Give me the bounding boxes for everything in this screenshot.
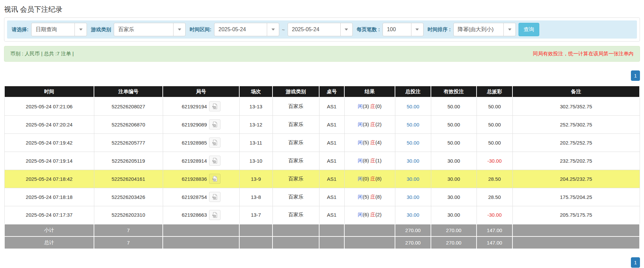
player-result-count: (8) [363, 158, 370, 163]
video-replay-button[interactable] [209, 192, 220, 202]
session-cell: 13-10 [239, 152, 273, 170]
total-bet-cell: 30.00 [395, 170, 431, 188]
page-button-bottom[interactable]: 1 [631, 257, 640, 268]
video-file-icon [212, 176, 218, 182]
valid-bet-cell: 30.00 [431, 152, 477, 170]
summary-empty-cell [239, 236, 273, 249]
total-bet-link[interactable]: 50.00 [407, 104, 419, 109]
banker-result-count: (2) [376, 121, 382, 127]
payout-cell: 50.00 [477, 133, 512, 152]
round-cell: 621928754 [163, 188, 239, 206]
round-id: 621928663 [182, 212, 207, 218]
result-cell: 闲(0) 庄(8) [344, 170, 395, 188]
bet-id-cell: 522526206870 [94, 115, 163, 133]
page-size-select[interactable]: 100 [383, 23, 424, 36]
table-body: 2025-05-24 07:21:06522526208027621929194… [4, 97, 640, 224]
note-cell: 204.25/232.75 [512, 170, 640, 188]
filter-bar: 请选择: 日期查询 游戏类别 百家乐 时间区间: 2025-05-24 ~ 20… [7, 20, 637, 39]
filter-panel: 请选择: 日期查询 游戏类别 百家乐 时间区间: 2025-05-24 ~ 20… [4, 17, 640, 42]
player-result-label: 闲 [358, 158, 363, 163]
table-no-cell: AS1 [319, 206, 344, 224]
game-cell: 百家乐 [273, 115, 319, 133]
bet-id-cell: 522526203426 [94, 188, 163, 206]
caret-down-icon [75, 23, 87, 36]
round-wrap: 621928914 [182, 156, 220, 166]
player-result-label: 闲 [358, 176, 363, 181]
summary-notice: 同局有效投注，统一计算在该局第一张注单内 [533, 51, 634, 57]
column-header: 结果 [344, 86, 395, 97]
table-row: 2025-05-24 07:19:14522526205119621928914… [4, 152, 640, 170]
summary-empty-cell [512, 224, 640, 236]
valid-bet-cell: 50.00 [431, 97, 477, 115]
summary-payout-cell: 147.00 [477, 236, 512, 249]
summary-empty-cell [273, 224, 319, 236]
game-cell: 百家乐 [273, 170, 319, 188]
time-sort-select[interactable]: 降幂(由大到小) [453, 23, 516, 36]
video-file-icon [212, 212, 218, 218]
page-title: 视讯 会员下注纪录 [4, 5, 640, 14]
video-replay-button[interactable] [209, 138, 220, 148]
result-cell: 闲(3) 庄(0) [344, 97, 395, 115]
note-cell: 205.75/175.75 [512, 206, 640, 224]
video-replay-button[interactable] [209, 119, 220, 129]
summary-empty-cell [319, 236, 344, 249]
date-to-select[interactable]: 2025-05-24 [288, 23, 353, 36]
video-replay-button[interactable] [209, 210, 220, 220]
table-no-cell: AS1 [319, 115, 344, 133]
payout-cell: -30.00 [477, 152, 512, 170]
total-bet-link[interactable]: 50.00 [407, 140, 419, 146]
summary-empty-cell [344, 236, 395, 249]
payout-cell: 28.50 [477, 188, 512, 206]
summary-row: 小计7270.00270.00147.00 [4, 224, 640, 236]
time-cell: 2025-05-24 07:18:42 [4, 170, 94, 188]
total-bet-link[interactable]: 30.00 [407, 212, 419, 218]
valid-bet-cell: 50.00 [431, 133, 477, 152]
banker-result-label: 庄 [370, 158, 376, 163]
video-replay-button[interactable] [209, 156, 220, 166]
bet-id-cell: 522526202310 [94, 206, 163, 224]
payout-cell: 28.50 [477, 170, 512, 188]
payout-cell: 50.00 [477, 115, 512, 133]
table-header: 时间注单编号局号场次游戏类别桌号结果总投注有效投注总派彩备注 [4, 86, 640, 97]
session-cell: 13-8 [239, 188, 273, 206]
table-row: 2025-05-24 07:18:42522526204161621928836… [4, 170, 640, 188]
total-bet-cell: 30.00 [395, 152, 431, 170]
note-cell: 302.75/352.75 [512, 97, 640, 115]
valid-bet-cell: 30.00 [431, 170, 477, 188]
table-row: 2025-05-24 07:19:42522526205777621928985… [4, 133, 640, 152]
caret-down-icon [503, 23, 515, 36]
game-cell: 百家乐 [273, 206, 319, 224]
result-cell: 闲(5) 庄(8) [344, 188, 395, 206]
caret-down-icon [411, 23, 423, 36]
column-header: 时间 [4, 86, 94, 97]
column-header: 场次 [239, 86, 273, 97]
total-bet-link[interactable]: 30.00 [407, 158, 419, 164]
total-bet-cell: 50.00 [395, 133, 431, 152]
date-from-select[interactable]: 2025-05-24 [214, 23, 279, 36]
round-wrap: 621929194 [182, 101, 220, 111]
query-type-select[interactable]: 日期查询 [31, 23, 87, 36]
search-button[interactable]: 查询 [518, 23, 539, 36]
banker-result-label: 庄 [370, 176, 376, 181]
banker-result-count: (8) [376, 176, 382, 181]
round-cell: 621928985 [163, 133, 239, 152]
round-cell: 621928663 [163, 206, 239, 224]
table-row: 2025-05-24 07:20:24522526206870621929089… [4, 115, 640, 133]
total-bet-link[interactable]: 50.00 [407, 122, 419, 127]
session-cell: 13-7 [239, 206, 273, 224]
total-bet-link[interactable]: 30.00 [407, 194, 419, 200]
table-header-row: 时间注单编号局号场次游戏类别桌号结果总投注有效投注总派彩备注 [4, 86, 640, 97]
total-bet-link[interactable]: 30.00 [407, 176, 419, 182]
page-button-top[interactable]: 1 [631, 70, 640, 81]
round-cell: 621929089 [163, 115, 239, 133]
time-cell: 2025-05-24 07:21:06 [4, 97, 94, 115]
page-size-label: 每页笔数 : [357, 26, 380, 33]
page-container: 视讯 会员下注纪录 请选择: 日期查询 游戏类别 百家乐 时间区间: 2025-… [0, 5, 644, 268]
game-category-select[interactable]: 百家乐 [114, 23, 186, 36]
video-replay-button[interactable] [209, 101, 220, 111]
round-wrap: 621928985 [182, 138, 220, 148]
video-replay-button[interactable] [209, 174, 220, 184]
summary-total-bet-cell: 270.00 [395, 236, 431, 249]
time-sort-label: 时间排序 : [428, 26, 451, 33]
table-no-cell: AS1 [319, 170, 344, 188]
